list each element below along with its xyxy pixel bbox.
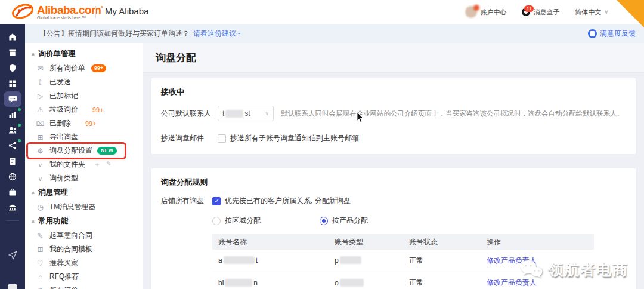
select-value-prefix: t <box>222 109 224 118</box>
trash-icon <box>36 119 45 128</box>
redacted-text <box>340 256 361 264</box>
alibaba-logo-icon <box>11 2 35 20</box>
watermark: 领航者电商 <box>519 259 628 279</box>
priority-option-row: 优先按已有的客户所属关系, 分配新询盘 <box>212 196 626 206</box>
app-title: My Alibaba <box>105 6 148 16</box>
account-name: bi <box>218 279 224 287</box>
edit-folder-icon[interactable]: ✎ <box>106 160 112 169</box>
message-box-label: 消息盒子 <box>533 8 559 17</box>
satisfaction-feedback-button[interactable]: 满意度反馈 <box>588 29 636 39</box>
chevron-down-icon: ∨ <box>604 9 608 15</box>
rail-apps[interactable] <box>4 76 21 91</box>
green-dot-indicator <box>18 139 21 142</box>
rail-analytics[interactable] <box>4 107 21 122</box>
section-common-functions[interactable]: ∧ 常用功能 <box>25 214 143 229</box>
user-avatar <box>465 6 477 18</box>
receiving-card: 接收中 公司默认联系人 t st ∨ 默认联系人同时会展现在企业网站的公司介绍页… <box>151 78 636 155</box>
default-contact-helper: 默认联系人同时会展现在企业网站的公司介绍页面上，当买家咨询该公司概况时，询盘会自… <box>281 109 624 118</box>
rail-business[interactable] <box>4 185 21 200</box>
count-text: 99+ <box>92 106 104 113</box>
share-network-icon <box>8 142 17 150</box>
sidebar-item-flagged[interactable]: 已加标记 <box>25 89 143 103</box>
globe-icon <box>8 173 17 181</box>
account-center-label: 账户中心 <box>480 8 506 17</box>
feedback-label: 满意度反馈 <box>600 29 636 39</box>
header-divider <box>95 6 96 18</box>
item-label: 垃圾询价 <box>49 104 78 115</box>
alibaba-logo[interactable]: Alibaba.com° Global trade starts here.™ <box>11 2 103 20</box>
default-contact-select[interactable]: t st ∨ <box>218 106 274 121</box>
sidebar-item-my-folders[interactable]: 我的文件夹 ＋ ✎ <box>25 158 143 171</box>
sent-icon <box>36 78 45 87</box>
sidebar-item-inquiry-types[interactable]: 询价类型 <box>25 171 143 185</box>
account-type: p <box>335 256 339 265</box>
message-box[interactable]: 11 消息盒子 <box>522 8 559 17</box>
chevron-down-icon: ∨ <box>265 110 269 116</box>
add-folder-icon[interactable]: ＋ <box>94 160 100 169</box>
radio-icon-unselected[interactable] <box>212 217 221 225</box>
rail-customers[interactable] <box>4 122 21 138</box>
clipboard-icon <box>8 157 17 165</box>
sidebar-item-tm-message-manager[interactable]: TM消息管理器 <box>25 200 143 214</box>
account-type: o <box>335 279 339 287</box>
template-grid-icon <box>36 245 45 254</box>
sidebar-item-draft-contract[interactable]: 起草意向合同 <box>25 229 143 242</box>
sidebar-item-deleted[interactable]: 已删除 99+ <box>25 116 143 130</box>
item-label: 起草意向合同 <box>49 230 92 241</box>
avatar-badge <box>473 5 479 11</box>
rail-bottom-icon[interactable] <box>8 284 17 289</box>
main-content: 询盘分配 接收中 公司默认联系人 t st ∨ 默认联系人同时会展现在企业网站的… <box>143 43 644 289</box>
sidebar-item-contract-templates[interactable]: 我的合同模板 <box>25 242 143 256</box>
sidebar-item-rfq-recommend[interactable]: RFQ推荐 <box>25 270 143 284</box>
modify-product-owner-link[interactable]: 修改产品负责人 <box>487 278 537 287</box>
section-inquiry-management[interactable]: ∧ 询价单管理 <box>25 47 143 62</box>
sidebar-item-sent[interactable]: 已发送 <box>25 75 143 89</box>
collapse-caret-icon: ∧ <box>31 190 35 195</box>
header-right-group: 账户中心 11 消息盒子 简体中文 ∨ <box>465 0 608 24</box>
priority-text: 优先按已有的客户所属关系, 分配新询盘 <box>225 196 351 206</box>
section-title: 消息管理 <box>38 187 68 198</box>
rail-global[interactable] <box>4 169 21 185</box>
corner-ribbon[interactable] <box>617 0 644 27</box>
item-label: 所有订单 <box>49 285 78 289</box>
rules-title: 询盘分配规则 <box>161 177 626 187</box>
announcement-text: 【公告】疫情期间该如何做好与买家订单沟通？ <box>39 29 190 39</box>
item-label: 我的文件夹 <box>49 159 85 170</box>
sidebar-item-spam[interactable]: 垃圾询价 99+ <box>25 103 143 116</box>
rail-distribution[interactable] <box>4 138 21 153</box>
sidebar-item-all-inquiries[interactable]: 所有询价单 99+ <box>25 62 143 75</box>
export-grid-icon <box>36 133 45 142</box>
rail-security[interactable] <box>4 60 21 76</box>
cc-email-checkbox[interactable] <box>218 134 226 143</box>
pen-icon <box>36 232 45 240</box>
rail-orders[interactable] <box>4 45 21 60</box>
account-status: 正常 <box>403 272 481 289</box>
priority-checkbox[interactable] <box>212 197 221 205</box>
new-badge: NEW <box>97 147 117 155</box>
item-label: 询盘分配设置 <box>49 146 92 156</box>
announcement-link[interactable]: 请看这份建议~ <box>193 29 240 39</box>
rail-home[interactable] <box>4 29 21 45</box>
box-icon <box>8 48 17 57</box>
account-name: a <box>218 256 222 265</box>
sidebar-item-export[interactable]: 导出询盘 <box>25 130 143 144</box>
language-switcher[interactable]: 简体中文 ∨ <box>575 8 608 17</box>
sidebar-item-recommended-buyers[interactable]: 推荐买家 <box>25 256 143 270</box>
item-label: 已发送 <box>49 77 71 87</box>
account-center[interactable]: 账户中心 <box>465 6 506 18</box>
rail-send[interactable] <box>4 247 21 263</box>
item-label: 我的合同模板 <box>49 244 92 254</box>
people-icon <box>8 126 17 134</box>
sidebar-item-all-orders[interactable]: 所有订单 <box>25 284 143 289</box>
radio-icon-selected[interactable] <box>320 217 328 225</box>
radio-by-region[interactable]: 按区域分配 <box>212 216 320 226</box>
inquiry-sidebar: ∧ 询价单管理 所有询价单 99+ 已发送 已加标记 垃圾询价 99+ 已删除 … <box>25 43 143 289</box>
home-icon <box>8 33 17 41</box>
rail-bank[interactable] <box>4 200 21 216</box>
sidebar-item-inquiry-distribution-settings[interactable]: 询盘分配设置 NEW <box>28 144 125 158</box>
rail-messages-active[interactable] <box>4 91 21 107</box>
radio-by-product[interactable]: 按产品分配 <box>320 216 427 226</box>
section-message-management[interactable]: ∧ 消息管理 <box>25 185 143 200</box>
rail-documents[interactable] <box>4 153 21 169</box>
message-count-badge: 11 <box>524 5 534 12</box>
